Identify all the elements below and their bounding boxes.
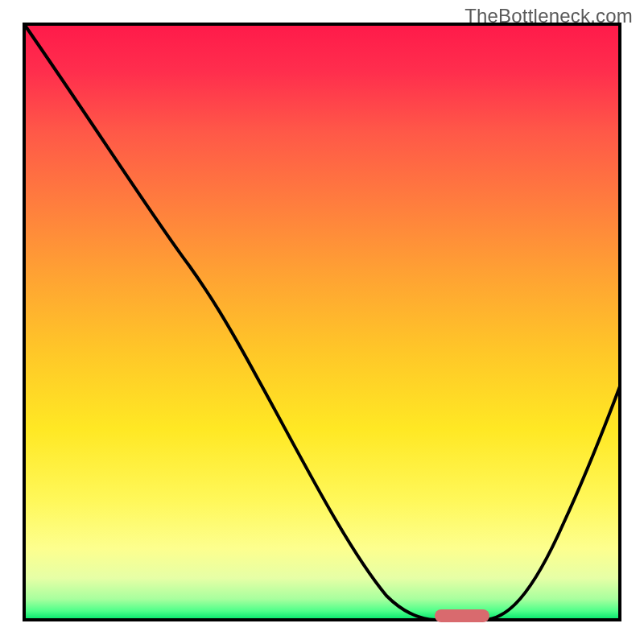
- watermark-text: TheBottleneck.com: [464, 5, 633, 27]
- chart-svg: [0, 0, 644, 644]
- optimal-marker: [435, 609, 489, 622]
- chart-container: TheBottleneck.com: [0, 0, 644, 644]
- plot-area-gradient: [24, 24, 620, 620]
